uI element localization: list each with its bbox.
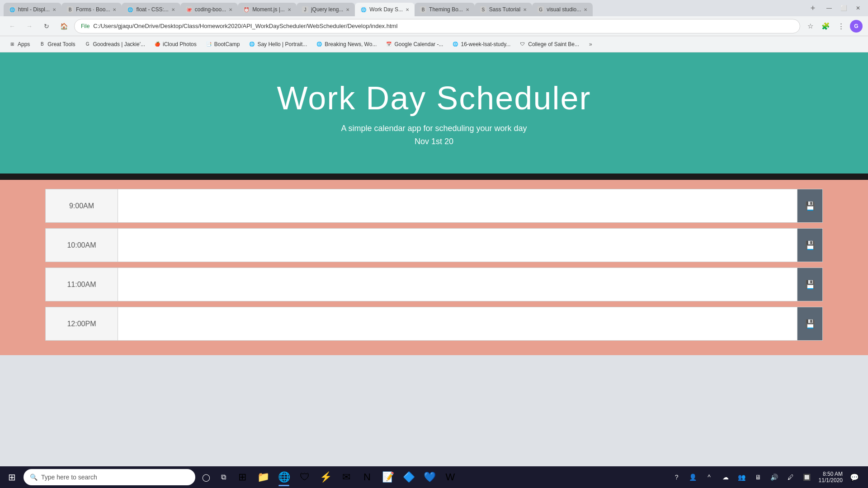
bookmark-favicon: 📅 <box>386 41 392 47</box>
tab-tab7[interactable]: 🌐 Work Day S... ✕ <box>355 3 415 16</box>
bookmark-label: iCloud Photos <box>163 41 197 47</box>
tab-close-tab3[interactable]: ✕ <box>171 7 175 12</box>
back-button[interactable]: ← <box>5 19 19 33</box>
bookmark-bootcamp[interactable]: 📑 BootCamp <box>202 39 244 49</box>
bookmark-googlecalendar[interactable]: 📅 Google Calendar -... <box>382 39 447 49</box>
tab-close-tab7[interactable]: ✕ <box>406 7 409 12</box>
bookmark-label: BootCamp <box>214 41 240 47</box>
save-icon-3: 💾 <box>805 319 815 329</box>
time-row-0: 9:00AM 💾 <box>45 189 823 223</box>
nav-icons: ☆ 🧩 ⋮ G <box>804 20 863 33</box>
tab-close-tab9[interactable]: ✕ <box>523 7 527 12</box>
tab-tab4[interactable]: 🐙 coding-boo... ✕ <box>180 3 238 16</box>
pen-icon[interactable]: 🖊 <box>783 470 798 484</box>
taskbar-app-word[interactable]: W <box>440 467 460 487</box>
help-icon[interactable]: ? <box>670 470 684 484</box>
time-row-1: 10:00AM 💾 <box>45 228 823 262</box>
taskbar-app-onenote[interactable]: N <box>357 467 377 487</box>
time-label-1: 10:00AM <box>46 229 118 262</box>
bookmark-collegeofsaintbe[interactable]: 🛡 College of Saint Be... <box>516 39 583 49</box>
bookmark-label: Goodreads | Jackie'... <box>93 41 145 47</box>
taskbar-clock[interactable]: 8:50 AM 11/1/2020 <box>816 471 845 483</box>
taskbar-app-windows-start[interactable]: ⊞ <box>232 467 252 487</box>
tab-close-tab1[interactable]: ✕ <box>52 7 56 12</box>
cloud-icon[interactable]: ☁ <box>718 470 733 484</box>
minimize-button[interactable]: — <box>823 2 835 14</box>
start-button[interactable]: ⊞ <box>3 468 21 486</box>
taskbar-app-file-explorer[interactable]: 📁 <box>253 467 273 487</box>
tab-title-tab6: jQuery leng... <box>311 6 343 13</box>
time-label-0: 9:00AM <box>46 189 118 222</box>
address-bar[interactable]: File C:/Users/gjaqu/OneDrive/Desktop/Cla… <box>74 19 800 33</box>
save-button-1[interactable]: 💾 <box>797 229 822 262</box>
bookmark-favicon: 🌐 <box>249 41 255 47</box>
bookmark-breakingnewswo[interactable]: 🌐 Breaking News, Wo... <box>312 39 380 49</box>
display-icon[interactable]: 🖥 <box>751 470 765 484</box>
time-input-3[interactable] <box>118 307 797 340</box>
taskbar-app-vscode[interactable]: 💙 <box>420 467 439 487</box>
save-button-2[interactable]: 💾 <box>797 268 822 301</box>
settings-icon[interactable]: ⋮ <box>835 20 847 33</box>
save-icon-0: 💾 <box>805 201 815 211</box>
search-bar[interactable]: 🔍 Type here to search <box>24 469 195 485</box>
tab-tab5[interactable]: ⏰ Moment.js |... ✕ <box>238 3 297 16</box>
tab-close-tab4[interactable]: ✕ <box>229 7 232 12</box>
bookmark-icloudphotos[interactable]: 🍎 iCloud Photos <box>151 39 200 49</box>
bookmark-star-icon[interactable]: ☆ <box>804 20 816 33</box>
tab-tab6[interactable]: J jQuery leng... ✕ <box>297 3 355 16</box>
tab-tab1[interactable]: 🌐 html - Displ... ✕ <box>4 3 61 16</box>
tab-title-tab8: Theming Bo... <box>429 6 463 13</box>
bookmark-greattools[interactable]: B Great Tools <box>35 39 79 49</box>
taskbar-app-windows-security[interactable]: 🛡 <box>295 467 315 487</box>
keyboard-icon[interactable]: 🔲 <box>800 470 814 484</box>
forward-button[interactable]: → <box>23 19 36 33</box>
extensions-icon[interactable]: 🧩 <box>819 20 832 33</box>
save-button-3[interactable]: 💾 <box>797 307 822 340</box>
maximize-button[interactable]: ⬜ <box>837 2 850 14</box>
bookmark-label: Apps <box>18 41 30 47</box>
bookmark-goodreadsjackie[interactable]: G Goodreads | Jackie'... <box>81 39 149 49</box>
tab-tab2[interactable]: B Forms · Boo... ✕ <box>61 3 122 16</box>
tab-close-tab2[interactable]: ✕ <box>113 7 116 12</box>
people-icon[interactable]: 👤 <box>686 470 700 484</box>
task-view-button[interactable]: ⧉ <box>215 469 231 485</box>
taskbar-app-app9[interactable]: 🔷 <box>399 467 419 487</box>
app-header: Work Day Scheduler A simple calendar app… <box>0 52 868 174</box>
tab-tab9[interactable]: S Sass Tutorial ✕ <box>475 3 532 16</box>
bookmark-favicon: 🌐 <box>452 41 458 47</box>
cortana-button[interactable]: ◯ <box>198 469 214 485</box>
bookmarks-more-button[interactable]: » <box>586 39 595 49</box>
time-input-2[interactable] <box>118 268 797 301</box>
tab-close-tab5[interactable]: ✕ <box>288 7 291 12</box>
taskbar-right: ? 👤 ^ ☁ 👥 🖥 🔊 🖊 🔲 8:50 AM 11/1/2020 💬 <box>670 470 865 484</box>
time-input-1[interactable] <box>118 229 797 262</box>
chevron-up-icon[interactable]: ^ <box>702 470 717 484</box>
bookmark-favicon: ⊞ <box>9 41 15 47</box>
tab-close-tab10[interactable]: ✕ <box>584 7 587 12</box>
taskbar-app-chrome[interactable]: 🌐 <box>274 467 294 487</box>
taskbar-app-app5[interactable]: ⚡ <box>316 467 335 487</box>
tab-close-tab8[interactable]: ✕ <box>466 7 469 12</box>
tab-tab3[interactable]: 🌐 float - CSS:... ✕ <box>122 3 180 16</box>
taskbar-app-sticky-notes[interactable]: 📝 <box>378 467 398 487</box>
tab-tab8[interactable]: B Theming Bo... ✕ <box>415 3 475 16</box>
time-input-0[interactable] <box>118 189 797 222</box>
home-button[interactable]: 🏠 <box>57 19 71 33</box>
tab-close-tab6[interactable]: ✕ <box>346 7 349 12</box>
bookmark-sayhelloportrait[interactable]: 🌐 Say Hello | Portrait... <box>245 39 311 49</box>
app-date: Nov 1st 20 <box>9 137 859 146</box>
reload-button[interactable]: ↻ <box>40 19 53 33</box>
network-icon[interactable]: 👥 <box>735 470 749 484</box>
notification-icon[interactable]: 💬 <box>847 470 862 484</box>
bookmark-weeklsatstudy[interactable]: 🌐 16-week-lsat-study... <box>448 39 514 49</box>
time-label-2: 11:00AM <box>46 268 118 301</box>
taskbar-app-mail[interactable]: ✉ <box>336 467 356 487</box>
new-tab-button[interactable]: + <box>807 2 819 14</box>
profile-icon[interactable]: G <box>850 20 863 33</box>
bookmark-apps[interactable]: ⊞ Apps <box>5 39 33 49</box>
close-button[interactable]: ✕ <box>852 2 864 14</box>
bookmark-label: College of Saint Be... <box>528 41 579 47</box>
volume-icon[interactable]: 🔊 <box>767 470 782 484</box>
save-button-0[interactable]: 💾 <box>797 189 822 222</box>
tab-tab10[interactable]: G visual studio... ✕ <box>532 3 593 16</box>
